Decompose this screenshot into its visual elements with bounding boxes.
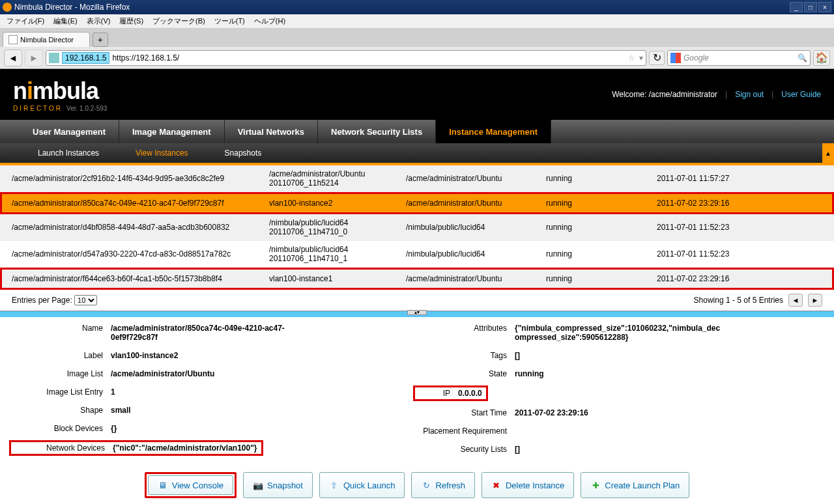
ip-value: 0.0.0.0 (458, 389, 482, 398)
ip-label: IP (419, 389, 458, 398)
url-path: https://192.168.1.5/ (112, 53, 179, 63)
divider-handle-icon[interactable]: ▴▾ (407, 310, 427, 315)
cell-image: /acme/administrator/Ubuntu (406, 174, 546, 183)
split-divider[interactable]: ▴▾ (0, 311, 834, 317)
table-row[interactable]: /acme/administrator/2cf916b2-14f6-434d-9… (0, 165, 834, 192)
version-label: Ver. 1.0.2-593 (66, 105, 107, 112)
cell-instance-id: /acme/administrator/2cf916b2-14f6-434d-9… (12, 174, 269, 183)
tags-label: Tags (417, 351, 515, 360)
table-row[interactable]: /acme/administrator/d4bf0858-4494-48d7-a… (0, 214, 834, 241)
nav-image-management[interactable]: Image Management (119, 120, 225, 143)
dropdown-icon[interactable]: ▾ (639, 53, 643, 63)
menu-bookmarks[interactable]: ブックマーク(B) (149, 15, 209, 27)
entries-per-page-select[interactable]: 10 (74, 295, 97, 305)
blockdevices-value: {} (111, 424, 417, 433)
blockdevices-label: Block Devices (13, 424, 111, 433)
refresh-icon: ↻ (421, 480, 431, 490)
prev-page-button[interactable]: ◄ (788, 294, 803, 307)
back-button[interactable]: ◄ (4, 49, 22, 66)
logo: nimbula DIRECTORVer. 1.0.2-593 (13, 77, 107, 112)
subnav-snapshots[interactable]: Snapshots (207, 148, 280, 158)
menu-tools[interactable]: ツール(T) (210, 15, 249, 27)
window-title: Nimbula Director - Mozilla Firefox (14, 3, 130, 12)
networkdevices-value: {"nic0":"/acme/administrator/vlan100"} (113, 443, 257, 453)
delete-instance-button[interactable]: ✖Delete Instance (482, 472, 574, 498)
cell-instance-id: /acme/administrator/850ca74c-049e-4210-a… (12, 199, 269, 208)
cell-image: /nimbula/public/lucid64 (406, 249, 546, 259)
table-row[interactable]: /acme/administrator/850ca74c-049e-4210-a… (0, 192, 834, 214)
imagelistentry-value: 1 (111, 387, 417, 397)
refresh-button[interactable]: ↻Refresh (411, 472, 475, 498)
showing-text: Showing 1 - 5 of 5 Entries (694, 296, 783, 305)
cell-state: running (546, 223, 657, 232)
welcome-text: Welcome: /acme/administrator (612, 90, 717, 99)
starttime-label: Start Time (417, 408, 515, 417)
label-label: Label (13, 351, 111, 360)
placement-value (515, 427, 821, 436)
cell-state: running (546, 274, 657, 283)
action-bar: 🖥View Console 📷Snapshot ⇧Quick Launch ↻R… (0, 469, 834, 504)
signout-link[interactable]: Sign out (735, 90, 764, 99)
cell-image: /nimbula/public/lucid64 (406, 223, 546, 232)
view-console-button[interactable]: 🖥View Console (148, 475, 233, 495)
nav-instance-management[interactable]: Instance Management (436, 120, 551, 143)
sub-nav: Launch Instances View Instances Snapshot… (0, 143, 834, 163)
delete-icon: ✖ (491, 480, 502, 490)
reload-button[interactable]: ↻ (649, 51, 665, 65)
home-button[interactable]: 🏠 (813, 50, 830, 66)
subnav-view-instances[interactable]: View Instances (117, 148, 207, 158)
cell-state: running (546, 174, 657, 183)
cell-state: running (546, 249, 657, 259)
minimize-button[interactable]: _ (790, 2, 803, 12)
menu-edit[interactable]: 編集(E) (50, 15, 81, 27)
forward-button[interactable]: ► (25, 49, 43, 66)
networkdevices-label: Network Devices (15, 443, 113, 453)
quick-launch-button[interactable]: ⇧Quick Launch (319, 472, 405, 498)
bookmark-star-icon[interactable]: ☆ (628, 53, 635, 63)
state-label: State (417, 369, 515, 378)
shape-value: small (111, 406, 417, 415)
securitylists-label: Security Lists (417, 445, 515, 454)
table-row[interactable]: /acme/administrator/f644ce63-b60f-4ca1-b… (0, 268, 834, 290)
menu-view[interactable]: 表示(V) (83, 15, 115, 27)
site-identity-icon (49, 53, 59, 63)
nav-user-management[interactable]: User Management (20, 120, 119, 143)
menu-help[interactable]: ヘルプ(H) (250, 15, 289, 27)
search-box[interactable]: Google 🔍 (667, 50, 811, 66)
launch-icon: ⇧ (329, 480, 339, 490)
window-titlebar: Nimbula Director - Mozilla Firefox _ □ × (0, 0, 834, 14)
firefox-icon (3, 3, 12, 12)
cell-label: /acme/administrator/Ubuntu20110706_11h52… (269, 169, 406, 188)
search-placeholder: Google (683, 53, 709, 63)
new-tab-button[interactable]: + (93, 33, 108, 47)
imagelistentry-label: Image List Entry (13, 387, 111, 397)
nav-network-security-lists[interactable]: Network Security Lists (318, 120, 436, 143)
user-guide-link[interactable]: User Guide (781, 90, 821, 99)
browser-menubar: ファイル(F) 編集(E) 表示(V) 履歴(S) ブックマーク(B) ツール(… (0, 14, 834, 29)
table-footer: Entries per Page: 10 Showing 1 - 5 of 5 … (0, 290, 834, 311)
app-header: nimbula DIRECTORVer. 1.0.2-593 Welcome: … (0, 69, 834, 120)
monitor-icon: 🖥 (158, 480, 168, 490)
create-launch-plan-button[interactable]: ✚Create Launch Plan (581, 472, 689, 498)
nav-virtual-networks[interactable]: Virtual Networks (225, 120, 318, 143)
search-icon[interactable]: 🔍 (798, 53, 807, 63)
snapshot-button[interactable]: 📷Snapshot (243, 472, 313, 498)
menu-file[interactable]: ファイル(F) (3, 15, 48, 27)
maximize-button[interactable]: □ (804, 2, 817, 12)
cell-time: 2011-07-02 23:29:16 (657, 199, 827, 208)
subnav-launch-instances[interactable]: Launch Instances (20, 148, 117, 158)
google-icon (670, 53, 681, 63)
scroll-up-arrow[interactable]: ▲ (822, 143, 834, 163)
browser-tab[interactable]: Nimbula Director (3, 32, 90, 47)
instance-details: Name/acme/administrator/850ca74c-049e-42… (0, 317, 834, 469)
next-page-button[interactable]: ► (808, 294, 822, 307)
menu-history[interactable]: 履歴(S) (115, 15, 147, 27)
table-row[interactable]: /acme/administrator/d547a930-2220-47cd-a… (0, 241, 834, 268)
url-bar[interactable]: 192.168.1.5 https://192.168.1.5/ ☆ ▾ (46, 50, 646, 66)
cell-label: vlan100-instance1 (269, 274, 406, 283)
plus-icon: ✚ (590, 480, 601, 490)
tab-label: Nimbula Director (20, 36, 74, 44)
cell-image: /acme/administrator/Ubuntu (406, 274, 546, 283)
browser-tabbar: Nimbula Director + (0, 29, 834, 47)
close-button[interactable]: × (818, 2, 831, 12)
